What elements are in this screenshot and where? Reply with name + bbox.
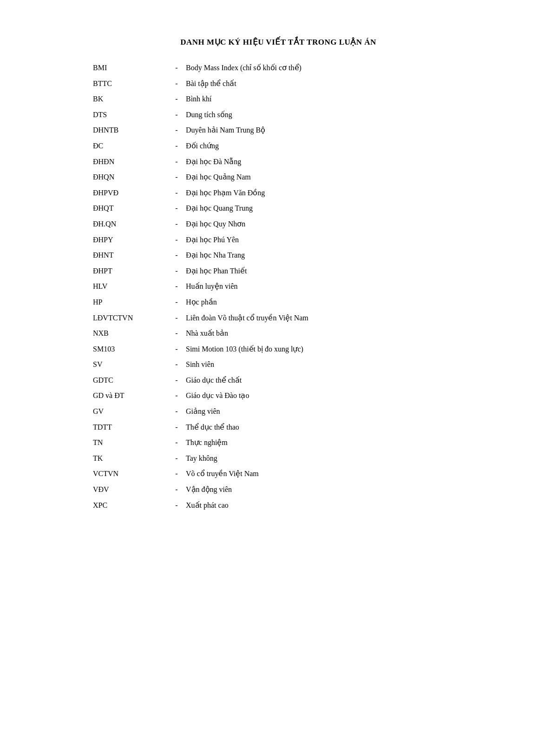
desc-cell: Simi Motion 103 (thiết bị đo xung lực) bbox=[186, 341, 464, 357]
desc-cell: Giáo dục thể chất bbox=[186, 372, 464, 388]
table-row: XPC-Xuất phát cao bbox=[93, 497, 464, 513]
desc-cell: Đại học Đà Nẵng bbox=[186, 154, 464, 170]
abbr-cell: ĐHPT bbox=[93, 263, 167, 279]
table-row: TK-Tay không bbox=[93, 451, 464, 466]
desc-cell: Duyên hải Nam Trung Bộ bbox=[186, 122, 464, 138]
table-row: DHNTB-Duyên hải Nam Trung Bộ bbox=[93, 122, 464, 138]
table-row: ĐHĐN-Đại học Đà Nẵng bbox=[93, 154, 464, 170]
abbr-cell: TK bbox=[93, 451, 167, 466]
abbr-cell: SV bbox=[93, 357, 167, 372]
abbr-cell: ĐHPVĐ bbox=[93, 185, 167, 201]
desc-cell: Thể dục thể thao bbox=[186, 419, 464, 435]
table-row: ĐHPY-Đại học Phú Yên bbox=[93, 232, 464, 248]
dash-cell: - bbox=[167, 200, 186, 216]
table-row: GD và ĐT-Giáo dục và Đào tạo bbox=[93, 388, 464, 404]
dash-cell: - bbox=[167, 404, 186, 419]
table-row: SV-Sinh viên bbox=[93, 357, 464, 372]
abbr-cell: DTS bbox=[93, 107, 167, 123]
desc-cell: Nhà xuất bản bbox=[186, 325, 464, 341]
table-row: ĐHQT-Đại học Quang Trung bbox=[93, 200, 464, 216]
dash-cell: - bbox=[167, 263, 186, 279]
desc-cell: Đại học Quang Trung bbox=[186, 200, 464, 216]
dash-cell: - bbox=[167, 76, 186, 92]
table-row: BTTC-Bài tập thể chất bbox=[93, 76, 464, 92]
abbr-cell: HP bbox=[93, 294, 167, 310]
dash-cell: - bbox=[167, 294, 186, 310]
desc-cell: Đại học Phú Yên bbox=[186, 232, 464, 248]
desc-cell: Liên đoàn Võ thuật cổ truyền Việt Nam bbox=[186, 310, 464, 326]
table-row: GV-Giảng viên bbox=[93, 404, 464, 419]
dash-cell: - bbox=[167, 154, 186, 170]
desc-cell: Đại học Phan Thiết bbox=[186, 263, 464, 279]
desc-cell: Đối chứng bbox=[186, 138, 464, 154]
abbr-cell: VCTVN bbox=[93, 466, 167, 482]
desc-cell: Giảng viên bbox=[186, 404, 464, 419]
table-row: ĐC-Đối chứng bbox=[93, 138, 464, 154]
abbr-cell: SM103 bbox=[93, 341, 167, 357]
abbr-cell: TDTT bbox=[93, 419, 167, 435]
table-row: BK-Bình khí bbox=[93, 91, 464, 107]
dash-cell: - bbox=[167, 497, 186, 513]
table-row: TN-Thực nghiệm bbox=[93, 435, 464, 451]
desc-cell: Đại học Quy Nhơn bbox=[186, 216, 464, 232]
desc-cell: Dung tích sống bbox=[186, 107, 464, 123]
dash-cell: - bbox=[167, 451, 186, 466]
desc-cell: Sinh viên bbox=[186, 357, 464, 372]
table-row: DTS-Dung tích sống bbox=[93, 107, 464, 123]
desc-cell: Bài tập thể chất bbox=[186, 76, 464, 92]
abbr-cell: ĐHĐN bbox=[93, 154, 167, 170]
abbr-cell: GV bbox=[93, 404, 167, 419]
abbr-cell: BTTC bbox=[93, 76, 167, 92]
abbr-cell: ĐHPY bbox=[93, 232, 167, 248]
dash-cell: - bbox=[167, 325, 186, 341]
abbr-cell: XPC bbox=[93, 497, 167, 513]
dash-cell: - bbox=[167, 138, 186, 154]
table-row: ĐHQN-Đại học Quảng Nam bbox=[93, 169, 464, 185]
table-row: ĐHPVĐ-Đại học Phạm Văn Đồng bbox=[93, 185, 464, 201]
dash-cell: - bbox=[167, 279, 186, 294]
desc-cell: Thực nghiệm bbox=[186, 435, 464, 451]
table-row: ĐH.QN-Đại học Quy Nhơn bbox=[93, 216, 464, 232]
desc-cell: Body Mass Index (chỉ số khối cơ thể) bbox=[186, 60, 464, 76]
table-row: ĐHNT-Đại học Nha Trang bbox=[93, 247, 464, 263]
table-row: BMI-Body Mass Index (chỉ số khối cơ thể) bbox=[93, 60, 464, 76]
abbr-cell: NXB bbox=[93, 325, 167, 341]
dash-cell: - bbox=[167, 169, 186, 185]
table-row: HLV-Huấn luyện viên bbox=[93, 279, 464, 294]
dash-cell: - bbox=[167, 107, 186, 123]
table-row: LĐVTCTVN-Liên đoàn Võ thuật cổ truyền Vi… bbox=[93, 310, 464, 326]
dash-cell: - bbox=[167, 310, 186, 326]
dash-cell: - bbox=[167, 482, 186, 497]
abbreviation-table: BMI-Body Mass Index (chỉ số khối cơ thể)… bbox=[93, 60, 464, 513]
abbr-cell: ĐHQT bbox=[93, 200, 167, 216]
desc-cell: Bình khí bbox=[186, 91, 464, 107]
desc-cell: Giáo dục và Đào tạo bbox=[186, 388, 464, 404]
table-row: VĐV-Vận động viên bbox=[93, 482, 464, 497]
abbr-cell: DHNTB bbox=[93, 122, 167, 138]
dash-cell: - bbox=[167, 466, 186, 482]
table-row: TDTT-Thể dục thể thao bbox=[93, 419, 464, 435]
table-row: ĐHPT-Đại học Phan Thiết bbox=[93, 263, 464, 279]
desc-cell: Học phần bbox=[186, 294, 464, 310]
abbr-cell: TN bbox=[93, 435, 167, 451]
desc-cell: Đại học Nha Trang bbox=[186, 247, 464, 263]
abbr-cell: GD và ĐT bbox=[93, 388, 167, 404]
desc-cell: Đại học Quảng Nam bbox=[186, 169, 464, 185]
desc-cell: Tay không bbox=[186, 451, 464, 466]
desc-cell: Võ cổ truyền Việt Nam bbox=[186, 466, 464, 482]
abbr-cell: LĐVTCTVN bbox=[93, 310, 167, 326]
abbr-cell: ĐHNT bbox=[93, 247, 167, 263]
desc-cell: Đại học Phạm Văn Đồng bbox=[186, 185, 464, 201]
dash-cell: - bbox=[167, 232, 186, 248]
dash-cell: - bbox=[167, 122, 186, 138]
dash-cell: - bbox=[167, 216, 186, 232]
abbr-cell: ĐH.QN bbox=[93, 216, 167, 232]
abbr-cell: ĐC bbox=[93, 138, 167, 154]
table-row: GDTC-Giáo dục thể chất bbox=[93, 372, 464, 388]
dash-cell: - bbox=[167, 60, 186, 76]
page-title: DANH MỤC KÝ HIỆU VIẾT TẮT TRONG LUẬN ÁN bbox=[93, 37, 464, 47]
dash-cell: - bbox=[167, 435, 186, 451]
abbr-cell: HLV bbox=[93, 279, 167, 294]
dash-cell: - bbox=[167, 388, 186, 404]
abbr-cell: GDTC bbox=[93, 372, 167, 388]
